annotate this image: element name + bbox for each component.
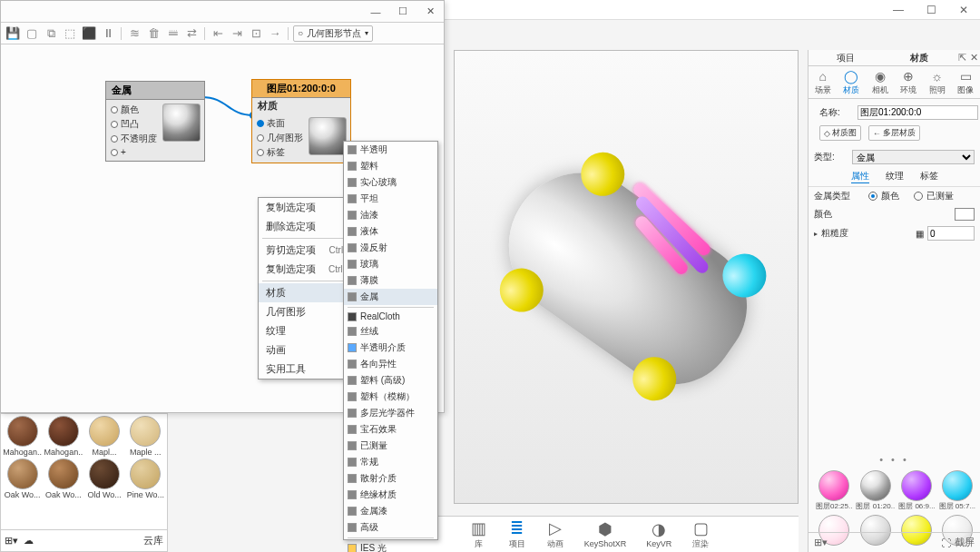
port-opacity[interactable]: 不透明度: [108, 132, 157, 146]
radio-color[interactable]: [868, 192, 877, 201]
ne-close[interactable]: ✕: [416, 1, 444, 23]
ne-minimize[interactable]: —: [362, 1, 389, 23]
port-surface[interactable]: 表面: [254, 116, 303, 131]
bottom-KeyVR[interactable]: ◑KeyVR: [646, 520, 671, 548]
swatch[interactable]: 图层02:25..: [816, 470, 852, 511]
color-chip[interactable]: [955, 208, 975, 221]
rp-popout-icon[interactable]: ⇱: [956, 52, 968, 64]
subtab-properties[interactable]: 属性: [851, 170, 869, 183]
mattype-漫反射[interactable]: 漫反射: [344, 240, 437, 256]
pause-icon[interactable]: ⏸: [100, 25, 116, 42]
rptab-照明[interactable]: ☼照明: [929, 69, 946, 96]
port-label[interactable]: 标签: [254, 145, 303, 160]
swap-icon[interactable]: ⇄: [183, 25, 200, 42]
mattype-液体[interactable]: 液体: [344, 223, 437, 240]
arrow-icon[interactable]: →: [267, 25, 283, 42]
rough-texture-icon[interactable]: ▦: [916, 229, 924, 239]
cloud-icon[interactable]: ☁: [24, 535, 34, 547]
window-maximize[interactable]: ☐: [915, 0, 947, 20]
lib-Mahogan..[interactable]: Mahogan..: [3, 416, 42, 457]
mattype-宝石效果[interactable]: 宝石效果: [344, 421, 437, 438]
cube2-icon[interactable]: ⬛: [81, 25, 97, 42]
mattype-塑料（模糊）[interactable]: 塑料（模糊）: [344, 389, 437, 405]
subtab-texture[interactable]: 纹理: [886, 170, 904, 183]
collapse-icon[interactable]: ⇤: [210, 25, 226, 42]
mattype-金属[interactable]: 金属: [344, 289, 437, 305]
port-plus[interactable]: +: [108, 146, 157, 158]
roughness-input[interactable]: [927, 226, 975, 241]
lib-Pine Wo...[interactable]: Pine Wo...: [126, 458, 165, 499]
rp-close-icon[interactable]: ✕: [968, 52, 980, 64]
swatch[interactable]: 图层 01:20..: [856, 470, 895, 511]
node-material[interactable]: 图层01:200:0:0 材质 表面 几何图形 标签: [251, 79, 351, 163]
mattype-半透明介质[interactable]: 半透明介质: [344, 340, 437, 356]
bottom-库[interactable]: ▥库: [470, 519, 488, 550]
mattype-已测量[interactable]: 已测量: [344, 438, 437, 454]
mattype-IES 光[interactable]: IES 光: [344, 540, 437, 552]
rptab-材质[interactable]: ◯材质: [843, 69, 859, 96]
chip-material-graph[interactable]: ◇ 材质图: [819, 125, 861, 141]
mattype-RealCloth[interactable]: RealCloth: [344, 310, 437, 323]
bottom-渲染[interactable]: ▢渲染: [691, 519, 710, 550]
chip-multi-layer[interactable]: ← 多层材质: [868, 125, 920, 141]
swatch[interactable]: 图层 05:7...: [939, 470, 975, 511]
lib-Mahogan..[interactable]: Mahogan..: [44, 416, 83, 457]
lib-Maple ...[interactable]: Maple ...: [126, 416, 165, 457]
lib-Mapl...[interactable]: Mapl...: [85, 416, 124, 457]
lib-Oak Wo...[interactable]: Oak Wo...: [3, 458, 42, 499]
swatch[interactable]: 图层 06:9...: [898, 470, 935, 511]
mattype-各向异性[interactable]: 各向异性: [344, 356, 437, 372]
layers-icon[interactable]: ≋: [126, 25, 142, 42]
mattype-塑料[interactable]: 塑料: [344, 158, 437, 174]
node-type-dropdown[interactable]: ○几何图形节点▾: [293, 25, 373, 42]
grid-icon[interactable]: ⊞▾: [5, 535, 18, 547]
copy-icon[interactable]: ⧉: [43, 25, 59, 42]
port-bump[interactable]: 凹凸: [108, 117, 157, 132]
port-geometry[interactable]: 几何图形: [254, 131, 303, 145]
mattype-油漆[interactable]: 油漆: [344, 207, 437, 223]
bottom-KeyShotXR[interactable]: ⬢KeyShotXR: [584, 520, 627, 548]
crop-icon[interactable]: ⛶: [941, 537, 951, 548]
viewport[interactable]: [454, 50, 799, 504]
trash-icon[interactable]: 🗑: [145, 25, 162, 42]
grid-view-icon[interactable]: ⊞▾: [814, 537, 828, 548]
radio-measured[interactable]: [914, 192, 923, 201]
mattype-塑料 (高级)[interactable]: 塑料 (高级): [344, 372, 437, 389]
rptab-图像[interactable]: ▭图像: [957, 69, 974, 96]
ne-maximize[interactable]: ☐: [389, 1, 416, 23]
rptab-相机[interactable]: ◉相机: [872, 69, 888, 96]
mattype-绝缘材质[interactable]: 绝缘材质: [344, 487, 437, 503]
material-type-select[interactable]: 金属: [852, 150, 975, 164]
save-icon[interactable]: 💾: [5, 25, 21, 42]
rptab-场景[interactable]: ⌂场景: [815, 69, 831, 96]
window-close[interactable]: ✕: [947, 0, 980, 20]
cube-icon[interactable]: ⬚: [62, 25, 78, 42]
expand-icon[interactable]: ⇥: [229, 25, 245, 42]
bottom-项目[interactable]: ≣项目: [508, 519, 526, 550]
port-color[interactable]: 颜色: [108, 103, 157, 117]
bottom-动画[interactable]: ▷动画: [546, 519, 564, 550]
node-metal[interactable]: 金属 颜色 凹凸 不透明度 +: [105, 81, 205, 162]
mattype-多层光学器件[interactable]: 多层光学器件: [344, 405, 437, 421]
mattype-薄膜[interactable]: 薄膜: [344, 272, 437, 289]
mattype-玻璃[interactable]: 玻璃: [344, 256, 437, 272]
mattype-丝绒[interactable]: 丝绒: [344, 323, 437, 340]
mattype-散射介质[interactable]: 散射介质: [344, 470, 437, 487]
rp-tab-project[interactable]: 项目: [808, 52, 883, 64]
lib-Old Wo...[interactable]: Old Wo...: [85, 458, 124, 499]
mattype-半透明[interactable]: 半透明: [344, 142, 437, 158]
mattype-常规[interactable]: 常规: [344, 454, 437, 470]
mattype-实心玻璃[interactable]: 实心玻璃: [344, 174, 437, 191]
list-icon[interactable]: ⩸: [164, 25, 181, 42]
rp-tab-material[interactable]: 材质: [883, 52, 957, 64]
rptab-环境[interactable]: ⊕环境: [900, 69, 916, 96]
rough-expand-icon[interactable]: ▸: [814, 230, 818, 238]
subtab-label[interactable]: 标签: [920, 170, 938, 183]
mattype-平坦[interactable]: 平坦: [344, 191, 437, 207]
lib-Oak Wo...[interactable]: Oak Wo...: [44, 458, 83, 499]
material-name-input[interactable]: [858, 105, 978, 120]
window-minimize[interactable]: —: [882, 0, 915, 20]
square-icon[interactable]: ▢: [24, 25, 40, 42]
fit-icon[interactable]: ⊡: [248, 25, 264, 42]
mattype-金属漆[interactable]: 金属漆: [344, 503, 437, 519]
